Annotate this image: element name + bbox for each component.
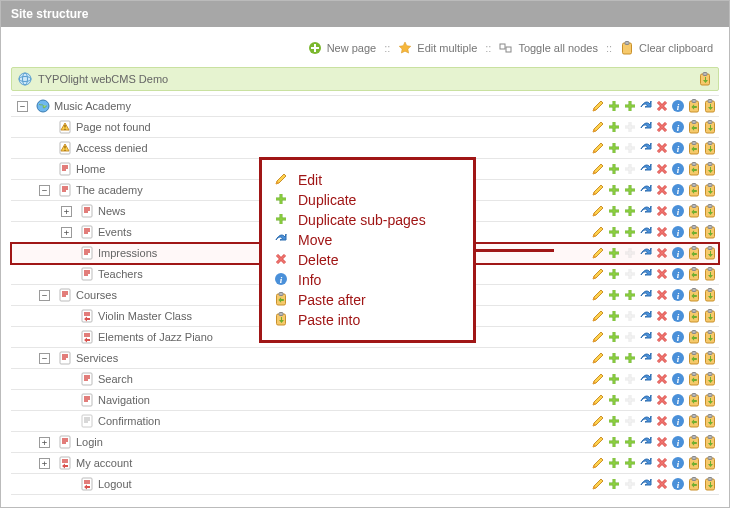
edit-action[interactable] [591,204,605,218]
paste-into-action[interactable] [703,183,717,197]
tree-row[interactable]: +My account [11,453,719,474]
paste-into-action[interactable] [703,288,717,302]
duplicate-action[interactable] [607,120,621,134]
expand-icon[interactable]: + [61,227,72,238]
new-page-button[interactable]: New page [308,41,377,55]
edit-action[interactable] [591,477,605,491]
paste-after-action[interactable] [687,267,701,281]
duplicate-subpages-action[interactable] [623,204,637,218]
duplicate-action[interactable] [607,141,621,155]
info-action[interactable] [671,372,685,386]
tree-row[interactable]: −Services [11,348,719,369]
move-action[interactable] [639,435,653,449]
info-action[interactable] [671,477,685,491]
duplicate-action[interactable] [607,477,621,491]
info-action[interactable] [671,393,685,407]
tree-row[interactable]: +Login [11,432,719,453]
duplicate-subpages-action[interactable] [623,351,637,365]
edit-action[interactable] [591,435,605,449]
delete-action[interactable] [655,288,669,302]
info-action[interactable] [671,204,685,218]
move-action[interactable] [639,414,653,428]
paste-into-action[interactable] [703,225,717,239]
paste-into-action[interactable] [703,162,717,176]
expand-icon[interactable]: + [39,437,50,448]
delete-action[interactable] [655,204,669,218]
paste-after-action[interactable] [687,183,701,197]
paste-into-action[interactable] [703,393,717,407]
delete-action[interactable] [655,372,669,386]
duplicate-action[interactable] [607,414,621,428]
delete-action[interactable] [655,414,669,428]
edit-action[interactable] [591,414,605,428]
duplicate-subpages-action[interactable] [623,99,637,113]
delete-action[interactable] [655,99,669,113]
edit-action[interactable] [591,246,605,260]
delete-action[interactable] [655,267,669,281]
duplicate-action[interactable] [607,99,621,113]
info-action[interactable] [671,435,685,449]
collapse-icon[interactable]: − [17,101,28,112]
duplicate-action[interactable] [607,267,621,281]
tree-row[interactable]: Access denied [11,138,719,159]
move-action[interactable] [639,141,653,155]
info-action[interactable] [671,267,685,281]
duplicate-action[interactable] [607,183,621,197]
paste-into-action[interactable] [703,246,717,260]
duplicate-action[interactable] [607,246,621,260]
paste-into-action[interactable] [703,435,717,449]
paste-after-action[interactable] [687,477,701,491]
paste-into-action[interactable] [703,456,717,470]
paste-into-action[interactable] [703,309,717,323]
edit-action[interactable] [591,372,605,386]
root-site-row[interactable]: TYPOlight webCMS Demo [11,67,719,91]
tree-row[interactable]: Page not found [11,117,719,138]
delete-action[interactable] [655,351,669,365]
info-action[interactable] [671,120,685,134]
move-action[interactable] [639,204,653,218]
delete-action[interactable] [655,435,669,449]
delete-action[interactable] [655,183,669,197]
delete-action[interactable] [655,246,669,260]
duplicate-subpages-action[interactable] [623,225,637,239]
edit-action[interactable] [591,351,605,365]
duplicate-subpages-action[interactable] [623,435,637,449]
paste-after-action[interactable] [687,225,701,239]
paste-after-action[interactable] [687,435,701,449]
move-action[interactable] [639,330,653,344]
info-action[interactable] [671,414,685,428]
paste-into-action[interactable] [703,330,717,344]
paste-after-action[interactable] [687,162,701,176]
paste-into-action[interactable] [703,141,717,155]
info-action[interactable] [671,456,685,470]
delete-action[interactable] [655,330,669,344]
toggle-all-button[interactable]: Toggle all nodes [499,41,598,55]
collapse-icon[interactable]: − [39,185,50,196]
paste-into-action[interactable] [703,120,717,134]
info-action[interactable] [671,351,685,365]
paste-into-action[interactable] [703,204,717,218]
edit-action[interactable] [591,267,605,281]
move-action[interactable] [639,225,653,239]
info-action[interactable] [671,288,685,302]
duplicate-subpages-action[interactable] [623,183,637,197]
move-action[interactable] [639,162,653,176]
edit-action[interactable] [591,330,605,344]
paste-after-action[interactable] [687,456,701,470]
paste-into-action[interactable] [703,267,717,281]
info-action[interactable] [671,225,685,239]
expand-icon[interactable]: + [39,458,50,469]
paste-after-action[interactable] [687,99,701,113]
edit-action[interactable] [591,120,605,134]
duplicate-subpages-action[interactable] [623,288,637,302]
tree-row[interactable]: Confirmation [11,411,719,432]
paste-into-action[interactable] [703,99,717,113]
info-action[interactable] [671,246,685,260]
duplicate-action[interactable] [607,456,621,470]
paste-into-action[interactable] [703,414,717,428]
duplicate-action[interactable] [607,288,621,302]
edit-action[interactable] [591,225,605,239]
edit-action[interactable] [591,99,605,113]
paste-into-action[interactable] [703,351,717,365]
delete-action[interactable] [655,120,669,134]
